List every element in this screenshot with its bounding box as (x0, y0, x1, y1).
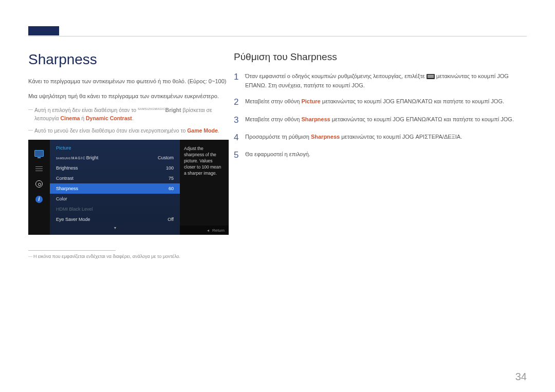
osd-items: SAMSUNGMAGICBrightCustomBrightness100Con… (50, 153, 180, 225)
sliders-icon (34, 164, 44, 173)
footnote-rule (28, 250, 116, 251)
gear-icon (34, 180, 44, 188)
chapter-tab (28, 26, 59, 35)
footnote: Η εικόνα που εμφανίζεται ενδέχεται να δι… (33, 254, 229, 259)
info-icon: i (34, 195, 44, 203)
return-arrow-icon: ◂ (207, 228, 209, 233)
osd-scroll-indicator: ▾ (50, 225, 180, 230)
menu-icon (427, 74, 435, 79)
step-row: 2Μεταβείτε στην οθόνη Picture μετακινώντ… (234, 97, 529, 107)
step-text: Μεταβείτε στην οθόνη Sharpness μετακινών… (245, 115, 529, 125)
osd-footer: ◂ Return (180, 226, 229, 235)
step-number: 1 (234, 72, 245, 90)
osd-row: Brightness100 (50, 163, 180, 173)
osd-sidebar: i (28, 140, 50, 235)
note-1: Αυτή η επιλογή δεν είναι διαθέσιμη όταν … (34, 106, 229, 123)
osd-header: Picture (50, 143, 180, 153)
osd-row: Contrast75 (50, 173, 180, 183)
step-number: 3 (234, 115, 245, 125)
monitor-icon (34, 149, 44, 157)
description-2: Μια υψηλότερη τιμή θα κάνει το περίγραμμ… (28, 92, 229, 101)
step-row: 3Μεταβείτε στην οθόνη Sharpness μετακινώ… (234, 115, 529, 125)
step-text: Θα εφαρμοστεί η επιλογή. (245, 150, 529, 160)
section-title: Ρύθμιση του Sharpness (234, 51, 529, 63)
osd-screenshot: i Picture SAMSUNGMAGICBrightCustomBright… (28, 140, 229, 235)
step-text: Προσαρμόστε τη ρύθμιση Sharpness μετακιν… (245, 133, 529, 143)
osd-row: Eye Saver ModeOff (50, 214, 180, 225)
step-number: 4 (234, 133, 245, 143)
osd-row: Sharpness60 (50, 183, 180, 194)
description-1: Κάνει το περίγραμμα των αντικειμένων πιο… (28, 77, 229, 86)
osd-help-panel: Adjust the sharpness of the picture. Val… (180, 140, 229, 235)
step-row: 5Θα εφαρμοστεί η επιλογή. (234, 150, 529, 160)
page-number: 34 (515, 371, 527, 383)
osd-menu: Picture SAMSUNGMAGICBrightCustomBrightne… (50, 140, 180, 235)
steps-list: 1Όταν εμφανιστεί ο οδηγός κουμπιών ρυθμι… (234, 72, 529, 161)
step-number: 5 (234, 150, 245, 160)
return-label: Return (212, 228, 225, 233)
step-row: 1Όταν εμφανιστεί ο οδηγός κουμπιών ρυθμι… (234, 72, 529, 90)
note-2: Αυτό το μενού δεν είναι διαθέσιμο όταν ε… (34, 127, 229, 135)
step-row: 4Προσαρμόστε τη ρύθμιση Sharpness μετακι… (234, 133, 529, 143)
right-column: Ρύθμιση του Sharpness 1Όταν εμφανιστεί ο… (234, 51, 529, 168)
step-number: 2 (234, 97, 245, 107)
osd-help-text: Adjust the sharpness of the picture. Val… (184, 146, 225, 176)
osd-row: HDMI Black Level (50, 204, 180, 214)
left-column: Sharpness Κάνει το περίγραμμα των αντικε… (28, 51, 229, 259)
osd-row: SAMSUNGMAGICBrightCustom (50, 153, 180, 163)
step-text: Όταν εμφανιστεί ο οδηγός κουμπιών ρυθμιζ… (245, 72, 529, 90)
step-text: Μεταβείτε στην οθόνη Picture μετακινώντα… (245, 97, 529, 107)
header-rule (28, 36, 527, 36)
page-title: Sharpness (28, 51, 229, 68)
osd-row: Color (50, 194, 180, 204)
